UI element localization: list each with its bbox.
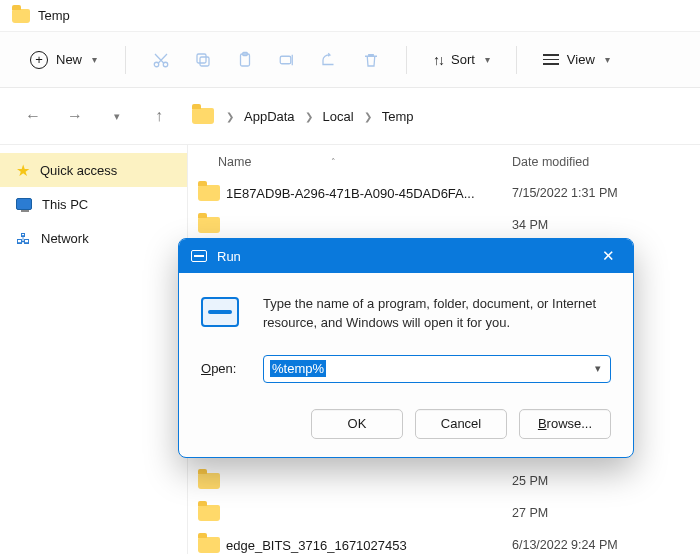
table-row[interactable]: 25 PM bbox=[188, 465, 700, 497]
network-icon: 🖧 bbox=[16, 230, 31, 247]
svg-rect-2 bbox=[200, 57, 209, 66]
file-date: 34 PM bbox=[512, 218, 682, 232]
toolbar: + New ▾ ↑↓ Sort ▾ bbox=[0, 32, 700, 88]
chevron-down-icon: ▾ bbox=[485, 54, 490, 65]
breadcrumb: ❯ AppData ❯ Local ❯ Temp bbox=[226, 109, 413, 124]
breadcrumb-item[interactable]: Temp bbox=[382, 109, 414, 124]
divider bbox=[125, 46, 126, 74]
up-button[interactable]: ↑ bbox=[144, 101, 174, 131]
run-icon bbox=[191, 250, 207, 262]
ok-button[interactable]: OK bbox=[311, 409, 403, 439]
chevron-right-icon: ❯ bbox=[364, 111, 372, 122]
svg-point-1 bbox=[163, 62, 168, 67]
folder-icon bbox=[198, 505, 220, 521]
folder-icon bbox=[198, 185, 220, 201]
copy-button[interactable] bbox=[184, 41, 222, 79]
run-dialog-titlebar: Run ✕ bbox=[179, 239, 633, 273]
table-row[interactable]: edge_BITS_3716_16710274536/13/2022 9:24 … bbox=[188, 529, 700, 554]
chevron-down-history[interactable]: ▾ bbox=[102, 101, 132, 131]
file-date: 25 PM bbox=[512, 474, 682, 488]
folder-icon bbox=[192, 108, 214, 124]
table-row[interactable]: 1E87AD9B-A296-471B-A090-45DAD6FA...7/15/… bbox=[188, 177, 700, 209]
new-label: New bbox=[56, 52, 82, 67]
column-name[interactable]: Name bbox=[218, 155, 251, 169]
pc-icon bbox=[16, 198, 32, 210]
file-name: edge_BITS_3716_1671027453 bbox=[226, 538, 512, 553]
forward-button[interactable]: → bbox=[60, 101, 90, 131]
folder-icon bbox=[198, 217, 220, 233]
run-dialog: Run ✕ Type the name of a program, folder… bbox=[178, 238, 634, 458]
run-dialog-buttons: OK Cancel Browse... bbox=[201, 405, 611, 439]
sidebar: ★ Quick access This PC 🖧 Network bbox=[0, 145, 188, 554]
run-dialog-title: Run bbox=[217, 249, 241, 264]
file-date: 27 PM bbox=[512, 506, 682, 520]
sidebar-item-quick-access[interactable]: ★ Quick access bbox=[0, 153, 187, 187]
paste-button[interactable] bbox=[226, 41, 264, 79]
nav-row: ← → ▾ ↑ ❯ AppData ❯ Local ❯ Temp bbox=[0, 88, 700, 144]
run-dialog-body: Type the name of a program, folder, docu… bbox=[179, 273, 633, 457]
sidebar-item-label: Quick access bbox=[40, 163, 117, 178]
cut-button[interactable] bbox=[142, 41, 180, 79]
sidebar-item-label: This PC bbox=[42, 197, 88, 212]
delete-button[interactable] bbox=[352, 41, 390, 79]
run-icon bbox=[201, 297, 239, 327]
breadcrumb-item[interactable]: AppData bbox=[244, 109, 295, 124]
open-label: Open: bbox=[201, 361, 249, 376]
window-titlebar: Temp bbox=[0, 0, 700, 32]
star-icon: ★ bbox=[16, 161, 30, 180]
folder-icon bbox=[198, 473, 220, 489]
table-row[interactable]: 27 PM bbox=[188, 497, 700, 529]
rename-button[interactable] bbox=[268, 41, 306, 79]
view-button[interactable]: View ▾ bbox=[533, 46, 620, 73]
open-combobox[interactable]: %temp% ▾ bbox=[263, 355, 611, 383]
sort-icon: ↑↓ bbox=[433, 52, 443, 68]
file-list-header: Name ˄ Date modified bbox=[188, 145, 700, 177]
list-icon bbox=[543, 54, 559, 65]
file-name: 1E87AD9B-A296-471B-A090-45DAD6FA... bbox=[226, 186, 512, 201]
chevron-down-icon: ▾ bbox=[92, 54, 97, 65]
folder-icon bbox=[198, 537, 220, 553]
sort-label: Sort bbox=[451, 52, 475, 67]
close-button[interactable]: ✕ bbox=[591, 239, 625, 273]
svg-rect-6 bbox=[280, 56, 291, 64]
svg-point-0 bbox=[154, 62, 159, 67]
file-date: 6/13/2022 9:24 PM bbox=[512, 538, 682, 552]
sort-asc-icon: ˄ bbox=[331, 157, 336, 167]
plus-icon: + bbox=[30, 51, 48, 69]
sort-button[interactable]: ↑↓ Sort ▾ bbox=[423, 46, 500, 74]
share-button[interactable] bbox=[310, 41, 348, 79]
new-button[interactable]: + New ▾ bbox=[18, 45, 109, 75]
window-title: Temp bbox=[38, 8, 70, 23]
open-input[interactable]: %temp% bbox=[270, 361, 586, 376]
back-button[interactable]: ← bbox=[18, 101, 48, 131]
chevron-down-icon[interactable]: ▾ bbox=[586, 362, 610, 375]
sidebar-item-network[interactable]: 🖧 Network bbox=[0, 221, 187, 255]
divider bbox=[406, 46, 407, 74]
chevron-down-icon: ▾ bbox=[605, 54, 610, 65]
folder-icon bbox=[12, 9, 30, 23]
file-date: 7/15/2022 1:31 PM bbox=[512, 186, 682, 200]
table-row[interactable]: 34 PM bbox=[188, 209, 700, 241]
sidebar-item-label: Network bbox=[41, 231, 89, 246]
chevron-right-icon: ❯ bbox=[226, 111, 234, 122]
browse-button[interactable]: Browse... bbox=[519, 409, 611, 439]
column-modified[interactable]: Date modified bbox=[512, 155, 682, 169]
svg-rect-3 bbox=[197, 54, 206, 63]
view-label: View bbox=[567, 52, 595, 67]
cancel-button[interactable]: Cancel bbox=[415, 409, 507, 439]
chevron-right-icon: ❯ bbox=[305, 111, 313, 122]
divider bbox=[516, 46, 517, 74]
sidebar-item-this-pc[interactable]: This PC bbox=[0, 187, 187, 221]
breadcrumb-item[interactable]: Local bbox=[323, 109, 354, 124]
run-dialog-message: Type the name of a program, folder, docu… bbox=[263, 293, 611, 333]
